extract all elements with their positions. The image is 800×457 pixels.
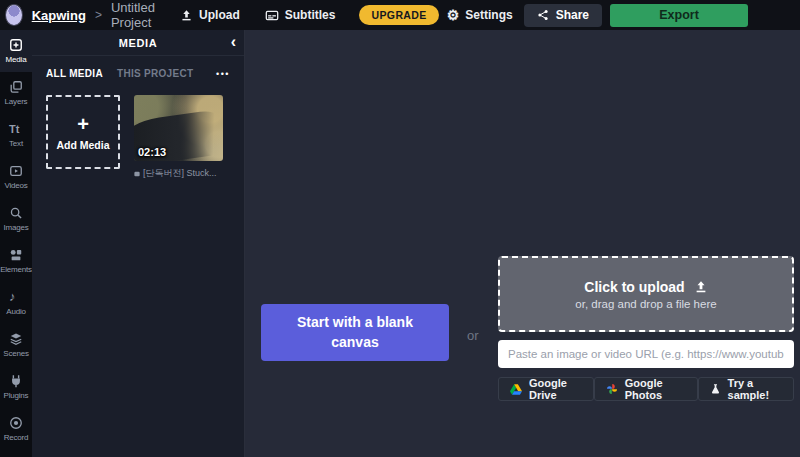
media-panel-tabs: ALL MEDIA THIS PROJECT ••• bbox=[32, 56, 244, 83]
share-label: Share bbox=[556, 8, 589, 22]
media-item-title: [단독버전] Stuck... bbox=[143, 167, 217, 180]
settings-label: Settings bbox=[465, 8, 512, 22]
avatar[interactable] bbox=[5, 4, 23, 26]
topbar-breadcrumb-group: Kapwing > Untitled Project bbox=[0, 0, 180, 30]
sidebar-item-label: Videos bbox=[4, 181, 27, 190]
media-panel-title: MEDIA bbox=[32, 37, 244, 49]
sidebar-item-label: Images bbox=[3, 223, 28, 232]
sidebar-item-label: Record bbox=[4, 433, 29, 442]
media-item-caption: [단독버전] Stuck... bbox=[134, 167, 223, 180]
brand-link[interactable]: Kapwing bbox=[32, 8, 86, 23]
click-to-upload-dropzone[interactable]: Click to upload or, drag and drop a file… bbox=[498, 256, 794, 332]
images-search-icon bbox=[9, 206, 23, 220]
sidebar-item-label: Layers bbox=[5, 97, 28, 106]
sidebar-item-scenes[interactable]: Scenes bbox=[0, 324, 32, 366]
sidebar-item-media[interactable]: Media bbox=[0, 30, 32, 72]
media-icon bbox=[9, 38, 23, 52]
import-actions-row: Google Drive Google Photos Try a sample! bbox=[498, 377, 794, 401]
upload-label: Upload bbox=[199, 8, 240, 22]
paste-url-input[interactable] bbox=[498, 340, 794, 368]
more-menu-icon[interactable]: ••• bbox=[216, 69, 230, 79]
media-item-duration: 02:13 bbox=[138, 146, 166, 158]
sidebar: Media Layers Tt Text Videos Images Eleme… bbox=[0, 30, 32, 457]
add-media-button[interactable]: + Add Media bbox=[46, 95, 120, 169]
sidebar-item-label: Audio bbox=[6, 307, 25, 316]
settings-button[interactable]: ⚙ Settings bbox=[447, 8, 513, 22]
share-icon bbox=[537, 9, 549, 21]
sidebar-item-elements[interactable]: Elements bbox=[0, 240, 32, 282]
google-photos-label: Google Photos bbox=[625, 377, 686, 401]
project-title[interactable]: Untitled Project bbox=[111, 0, 180, 30]
try-sample-label: Try a sample! bbox=[728, 377, 782, 401]
subtitles-label: Subtitles bbox=[285, 8, 336, 22]
or-separator: or bbox=[467, 328, 479, 343]
share-button[interactable]: Share bbox=[524, 4, 602, 27]
sidebar-item-audio[interactable]: ♪ Audio bbox=[0, 282, 32, 324]
sidebar-item-layers[interactable]: Layers bbox=[0, 72, 32, 114]
collapse-panel-icon[interactable]: ‹ bbox=[231, 34, 236, 50]
upload-box-title-row: Click to upload bbox=[584, 279, 707, 295]
sidebar-item-record[interactable]: Record bbox=[0, 408, 32, 450]
flask-icon bbox=[710, 383, 721, 395]
audio-note-icon: ♪ bbox=[9, 290, 23, 304]
subtitles-button[interactable]: Subtitles bbox=[265, 8, 336, 22]
sidebar-item-label: Text bbox=[9, 139, 23, 148]
upload-box-subtitle: or, drag and drop a file here bbox=[575, 298, 716, 310]
gear-icon: ⚙ bbox=[447, 8, 460, 22]
media-item[interactable]: 02:13 [단독버전] Stuck... bbox=[134, 95, 223, 180]
media-grid: + Add Media 02:13 [단독버전] Stuck... bbox=[32, 83, 244, 180]
media-panel: MEDIA ‹ ALL MEDIA THIS PROJECT ••• + Add… bbox=[32, 30, 245, 457]
sidebar-item-images[interactable]: Images bbox=[0, 198, 32, 240]
topbar-actions: Upload Subtitles UPGRADE ⚙ Settings Shar… bbox=[180, 4, 800, 27]
tab-this-project[interactable]: THIS PROJECT bbox=[117, 68, 193, 79]
upload-icon bbox=[180, 9, 193, 22]
scenes-icon bbox=[9, 332, 23, 346]
layers-icon bbox=[9, 80, 23, 94]
videos-icon bbox=[9, 164, 23, 178]
topbar: Kapwing > Untitled Project Upload Subtit… bbox=[0, 0, 800, 30]
media-panel-header: MEDIA ‹ bbox=[32, 30, 244, 56]
record-icon bbox=[9, 416, 23, 430]
plus-icon: + bbox=[77, 114, 89, 134]
sidebar-item-label: Elements bbox=[0, 265, 32, 274]
export-button[interactable]: Export bbox=[610, 4, 748, 27]
tab-all-media[interactable]: ALL MEDIA bbox=[46, 68, 103, 79]
sidebar-item-plugins[interactable]: Plugins bbox=[0, 366, 32, 408]
sidebar-item-label: Media bbox=[6, 55, 27, 64]
google-drive-label: Google Drive bbox=[529, 377, 582, 401]
google-drive-button[interactable]: Google Drive bbox=[498, 377, 594, 401]
upload-column: Click to upload or, drag and drop a file… bbox=[498, 256, 794, 401]
google-drive-icon bbox=[510, 384, 522, 395]
media-item-thumbnail[interactable]: 02:13 bbox=[134, 95, 223, 161]
upload-box-title: Click to upload bbox=[584, 279, 684, 295]
google-photos-button[interactable]: Google Photos bbox=[594, 377, 698, 401]
add-media-label: Add Media bbox=[56, 139, 109, 151]
subtitles-icon bbox=[265, 9, 279, 22]
google-photos-icon bbox=[606, 383, 618, 395]
upload-arrow-icon bbox=[694, 280, 708, 294]
text-icon: Tt bbox=[9, 122, 23, 136]
video-source-icon bbox=[134, 171, 140, 177]
plugins-icon bbox=[9, 374, 23, 388]
main-canvas: Start with a blank canvas or Click to up… bbox=[245, 30, 800, 457]
sidebar-item-text[interactable]: Tt Text bbox=[0, 114, 32, 156]
elements-icon bbox=[9, 248, 23, 262]
upload-button[interactable]: Upload bbox=[180, 8, 240, 22]
sidebar-item-videos[interactable]: Videos bbox=[0, 156, 32, 198]
sidebar-item-label: Plugins bbox=[4, 391, 29, 400]
sidebar-item-label: Scenes bbox=[3, 349, 28, 358]
start-blank-canvas-button[interactable]: Start with a blank canvas bbox=[261, 304, 449, 361]
try-sample-button[interactable]: Try a sample! bbox=[698, 377, 794, 401]
upgrade-button[interactable]: UPGRADE bbox=[359, 5, 438, 25]
breadcrumb-separator: > bbox=[95, 8, 102, 22]
